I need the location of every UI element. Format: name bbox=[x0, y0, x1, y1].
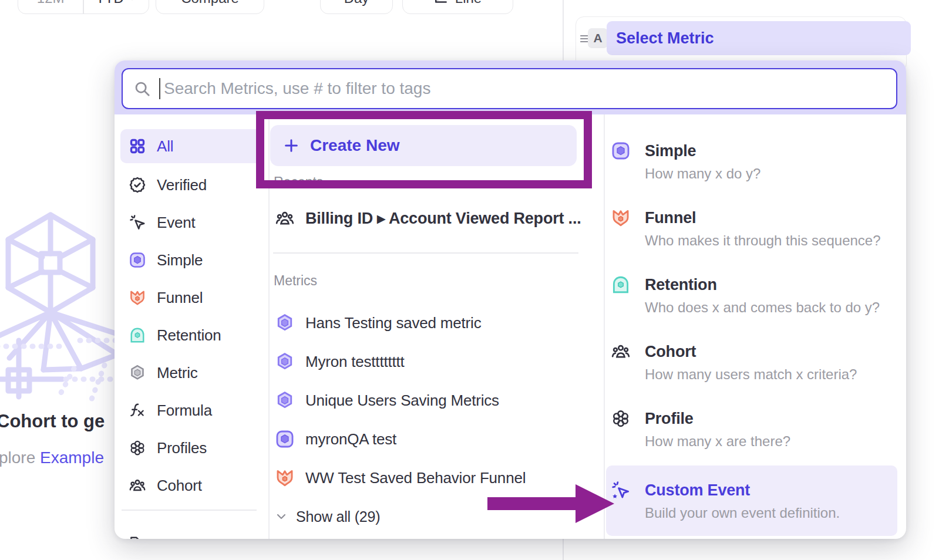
range-12m-button[interactable]: 12M bbox=[18, 0, 83, 14]
text-cursor bbox=[159, 78, 160, 99]
cohort-people-icon bbox=[275, 208, 295, 228]
type-title: Funnel bbox=[645, 209, 696, 227]
sidebar-item-label: Simple bbox=[157, 251, 203, 269]
line-chart-icon bbox=[434, 0, 449, 6]
sidebar-item-tags-partial[interactable] bbox=[120, 526, 263, 539]
metric-hexagon-purple-icon bbox=[275, 352, 295, 372]
sidebar-item-cohort[interactable]: Cohort bbox=[120, 468, 263, 502]
search-input[interactable] bbox=[163, 79, 886, 99]
metric-item-label: Hans Testing saved metric bbox=[305, 314, 481, 332]
select-metric-button[interactable]: Select Metric bbox=[607, 21, 911, 55]
metric-item[interactable]: Hans Testing saved metric bbox=[275, 310, 481, 336]
sidebar-item-profiles[interactable]: Profiles bbox=[120, 431, 263, 465]
metric-item[interactable]: myronQA test bbox=[275, 426, 396, 452]
empty-state-explore-line: xplore Example bbox=[0, 448, 104, 467]
screen: 12M YTD Compare Day Line Cohort to ge bbox=[0, 0, 949, 560]
metric-item[interactable]: Myron testttttttt bbox=[275, 349, 405, 375]
sidebar-item-label: Metric bbox=[157, 364, 198, 382]
annotation-arrow bbox=[487, 483, 615, 525]
empty-state-headline-fragment: Cohort to ge bbox=[0, 411, 105, 432]
grid-icon bbox=[129, 137, 146, 155]
sidebar-item-retention[interactable]: Retention bbox=[120, 318, 263, 352]
type-funnel[interactable]: Funnel bbox=[611, 206, 696, 230]
compare-label: Compare bbox=[181, 0, 239, 6]
recents-divider bbox=[273, 252, 578, 254]
type-custom-event-desc: Build your own event definition. bbox=[645, 505, 840, 521]
show-all-toggle[interactable]: Show all (29) bbox=[275, 504, 380, 529]
type-title: Retention bbox=[645, 276, 717, 294]
simple-square-icon bbox=[129, 251, 146, 269]
sidebar-item-formula[interactable]: Formula bbox=[120, 393, 263, 427]
sidebar-item-label: Event bbox=[157, 214, 196, 232]
annotation-highlight-box bbox=[256, 111, 592, 188]
type-retention[interactable]: Retention bbox=[611, 273, 717, 296]
chart-type-line-button[interactable]: Line bbox=[402, 0, 513, 14]
formula-fx-icon bbox=[129, 402, 146, 419]
simple-square-icon bbox=[275, 429, 295, 449]
funnel-icon bbox=[129, 289, 146, 306]
type-title: Custom Event bbox=[645, 481, 750, 500]
cohort-people-icon bbox=[129, 477, 146, 494]
type-cohort[interactable]: Cohort bbox=[611, 340, 696, 363]
recent-item-label: Billing ID ▸ Account Viewed Report ... bbox=[305, 209, 581, 228]
sidebar-item-label: Funnel bbox=[157, 289, 203, 307]
chevron-down-icon bbox=[275, 510, 288, 523]
compare-button[interactable]: Compare bbox=[156, 0, 264, 14]
type-simple[interactable]: Simple bbox=[611, 139, 696, 163]
funnel-icon bbox=[275, 468, 295, 488]
sidebar-item-event[interactable]: Event bbox=[120, 205, 263, 239]
sidebar-item-label: Verified bbox=[157, 176, 207, 194]
retention-arch-icon bbox=[611, 275, 631, 295]
chevron-down-icon bbox=[127, 0, 137, 3]
retention-arch-icon bbox=[129, 326, 146, 344]
sidebar-item-label: All bbox=[157, 137, 173, 156]
metric-item[interactable]: Unique Users Saving Metrics bbox=[275, 387, 499, 413]
type-funnel-desc: Who makes it through this sequence? bbox=[645, 232, 881, 249]
profiles-flower-icon bbox=[129, 439, 146, 457]
sidebar-item-all[interactable]: All bbox=[120, 129, 263, 163]
sidebar-item-metric[interactable]: Metric bbox=[120, 356, 263, 390]
sidebar-item-simple[interactable]: Simple bbox=[120, 243, 263, 277]
type-custom-event[interactable]: Custom Event bbox=[611, 478, 750, 502]
type-profile-desc: How many x are there? bbox=[645, 433, 790, 450]
sidebar-item-verified[interactable]: Verified bbox=[120, 168, 263, 202]
day-label: Day bbox=[344, 0, 369, 6]
metric-hexagon-icon bbox=[129, 364, 146, 382]
type-title: Profile bbox=[645, 410, 694, 428]
metric-item-label: Unique Users Saving Metrics bbox=[305, 392, 499, 410]
interval-day-button[interactable]: Day bbox=[320, 0, 393, 14]
sidebar-item-label: Retention bbox=[157, 326, 221, 345]
metric-hexagon-purple-icon bbox=[275, 313, 295, 333]
type-simple-desc: How many x do y? bbox=[645, 166, 760, 182]
range-ytd-button[interactable]: YTD bbox=[84, 0, 149, 14]
sidebar-item-label: Formula bbox=[157, 402, 212, 420]
range-ytd-label: YTD bbox=[96, 0, 124, 6]
metric-hexagon-purple-icon bbox=[275, 390, 295, 410]
sidebar-item-label: Cohort bbox=[157, 477, 202, 495]
metric-item-label: Myron testttttttt bbox=[305, 353, 405, 371]
sidebar-item-label: Profiles bbox=[157, 439, 207, 457]
example-link[interactable]: Example bbox=[40, 448, 104, 467]
types-column-divider bbox=[604, 114, 605, 539]
event-cursor-icon bbox=[129, 214, 146, 231]
metric-search-field[interactable] bbox=[122, 68, 897, 109]
show-all-label: Show all (29) bbox=[296, 508, 380, 525]
explore-prefix-text: xplore bbox=[0, 448, 35, 467]
search-icon bbox=[133, 80, 151, 97]
type-title: Simple bbox=[645, 142, 696, 160]
sidebar-item-funnel[interactable]: Funnel bbox=[120, 281, 263, 315]
verified-badge-icon bbox=[129, 176, 146, 194]
line-label: Line bbox=[455, 0, 482, 6]
profiles-flower-icon bbox=[611, 409, 631, 429]
metric-row-letter-badge: A bbox=[588, 28, 608, 48]
type-title: Cohort bbox=[645, 343, 696, 361]
tag-icon bbox=[129, 534, 146, 539]
recent-item-billing[interactable]: Billing ID ▸ Account Viewed Report ... bbox=[275, 205, 581, 231]
cohort-people-icon bbox=[611, 342, 631, 362]
metrics-heading: Metrics bbox=[274, 273, 317, 289]
simple-square-icon bbox=[611, 141, 631, 161]
metric-item-label: myronQA test bbox=[305, 430, 396, 448]
type-profile[interactable]: Profile bbox=[611, 407, 694, 430]
date-range-segmented: 12M YTD bbox=[18, 0, 149, 14]
funnel-icon bbox=[611, 208, 631, 228]
